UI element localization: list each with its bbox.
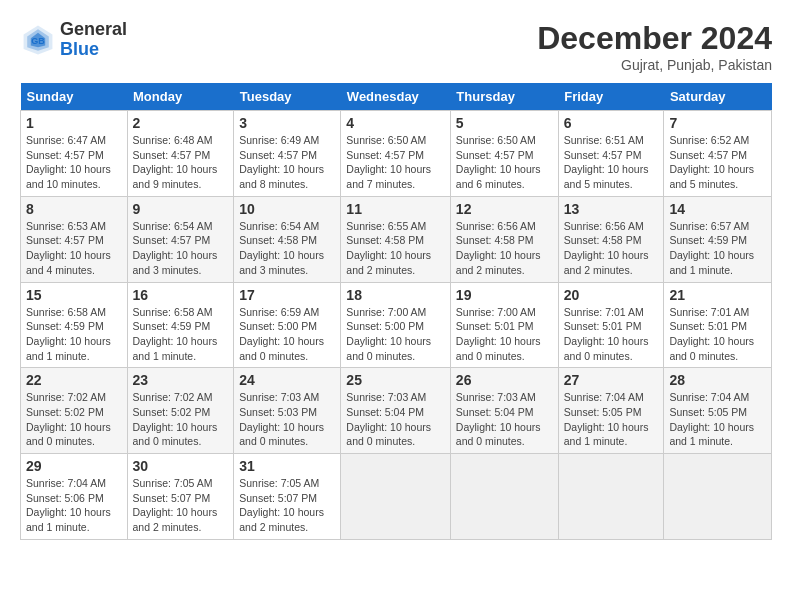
day-info: Sunrise: 6:50 AM Sunset: 4:57 PM Dayligh…: [456, 133, 553, 192]
day-info: Sunrise: 6:58 AM Sunset: 4:59 PM Dayligh…: [26, 305, 122, 364]
day-number: 30: [133, 458, 229, 474]
day-info: Sunrise: 7:04 AM Sunset: 5:06 PM Dayligh…: [26, 476, 122, 535]
day-number: 3: [239, 115, 335, 131]
week-row-2: 8Sunrise: 6:53 AM Sunset: 4:57 PM Daylig…: [21, 196, 772, 282]
day-info: Sunrise: 7:04 AM Sunset: 5:05 PM Dayligh…: [564, 390, 659, 449]
day-info: Sunrise: 7:05 AM Sunset: 5:07 PM Dayligh…: [133, 476, 229, 535]
day-header-friday: Friday: [558, 83, 664, 111]
calendar-cell: 21Sunrise: 7:01 AM Sunset: 5:01 PM Dayli…: [664, 282, 772, 368]
calendar-cell: 1Sunrise: 6:47 AM Sunset: 4:57 PM Daylig…: [21, 111, 128, 197]
day-header-sunday: Sunday: [21, 83, 128, 111]
day-number: 15: [26, 287, 122, 303]
calendar-cell: 5Sunrise: 6:50 AM Sunset: 4:57 PM Daylig…: [450, 111, 558, 197]
calendar-cell: 16Sunrise: 6:58 AM Sunset: 4:59 PM Dayli…: [127, 282, 234, 368]
day-number: 20: [564, 287, 659, 303]
day-number: 23: [133, 372, 229, 388]
calendar-cell: 14Sunrise: 6:57 AM Sunset: 4:59 PM Dayli…: [664, 196, 772, 282]
logo: GB General Blue: [20, 20, 127, 60]
calendar-cell: 18Sunrise: 7:00 AM Sunset: 5:00 PM Dayli…: [341, 282, 451, 368]
calendar-cell: 13Sunrise: 6:56 AM Sunset: 4:58 PM Dayli…: [558, 196, 664, 282]
calendar-cell: [450, 454, 558, 540]
day-info: Sunrise: 7:02 AM Sunset: 5:02 PM Dayligh…: [26, 390, 122, 449]
day-info: Sunrise: 6:56 AM Sunset: 4:58 PM Dayligh…: [456, 219, 553, 278]
day-number: 22: [26, 372, 122, 388]
day-info: Sunrise: 6:54 AM Sunset: 4:57 PM Dayligh…: [133, 219, 229, 278]
day-info: Sunrise: 7:00 AM Sunset: 5:00 PM Dayligh…: [346, 305, 445, 364]
day-number: 28: [669, 372, 766, 388]
day-number: 24: [239, 372, 335, 388]
day-info: Sunrise: 6:53 AM Sunset: 4:57 PM Dayligh…: [26, 219, 122, 278]
calendar-cell: 17Sunrise: 6:59 AM Sunset: 5:00 PM Dayli…: [234, 282, 341, 368]
day-number: 26: [456, 372, 553, 388]
day-number: 9: [133, 201, 229, 217]
day-info: Sunrise: 6:49 AM Sunset: 4:57 PM Dayligh…: [239, 133, 335, 192]
day-number: 2: [133, 115, 229, 131]
day-header-saturday: Saturday: [664, 83, 772, 111]
day-info: Sunrise: 7:05 AM Sunset: 5:07 PM Dayligh…: [239, 476, 335, 535]
calendar-cell: 25Sunrise: 7:03 AM Sunset: 5:04 PM Dayli…: [341, 368, 451, 454]
day-number: 7: [669, 115, 766, 131]
page-header: GB General Blue December 2024 Gujrat, Pu…: [20, 20, 772, 73]
calendar-cell: 23Sunrise: 7:02 AM Sunset: 5:02 PM Dayli…: [127, 368, 234, 454]
calendar-cell: [558, 454, 664, 540]
calendar-cell: 2Sunrise: 6:48 AM Sunset: 4:57 PM Daylig…: [127, 111, 234, 197]
calendar-cell: 8Sunrise: 6:53 AM Sunset: 4:57 PM Daylig…: [21, 196, 128, 282]
day-number: 25: [346, 372, 445, 388]
day-number: 16: [133, 287, 229, 303]
logo-text: General Blue: [60, 20, 127, 60]
day-number: 10: [239, 201, 335, 217]
day-number: 13: [564, 201, 659, 217]
calendar-cell: 29Sunrise: 7:04 AM Sunset: 5:06 PM Dayli…: [21, 454, 128, 540]
calendar-cell: 15Sunrise: 6:58 AM Sunset: 4:59 PM Dayli…: [21, 282, 128, 368]
logo-icon: GB: [20, 22, 56, 58]
day-number: 27: [564, 372, 659, 388]
day-info: Sunrise: 7:03 AM Sunset: 5:04 PM Dayligh…: [456, 390, 553, 449]
day-info: Sunrise: 6:48 AM Sunset: 4:57 PM Dayligh…: [133, 133, 229, 192]
day-number: 1: [26, 115, 122, 131]
day-info: Sunrise: 6:57 AM Sunset: 4:59 PM Dayligh…: [669, 219, 766, 278]
day-number: 21: [669, 287, 766, 303]
day-info: Sunrise: 6:47 AM Sunset: 4:57 PM Dayligh…: [26, 133, 122, 192]
day-number: 6: [564, 115, 659, 131]
day-number: 11: [346, 201, 445, 217]
calendar-cell: 11Sunrise: 6:55 AM Sunset: 4:58 PM Dayli…: [341, 196, 451, 282]
calendar-cell: 7Sunrise: 6:52 AM Sunset: 4:57 PM Daylig…: [664, 111, 772, 197]
day-number: 19: [456, 287, 553, 303]
day-info: Sunrise: 6:56 AM Sunset: 4:58 PM Dayligh…: [564, 219, 659, 278]
day-number: 12: [456, 201, 553, 217]
calendar-cell: 31Sunrise: 7:05 AM Sunset: 5:07 PM Dayli…: [234, 454, 341, 540]
title-block: December 2024 Gujrat, Punjab, Pakistan: [537, 20, 772, 73]
week-row-5: 29Sunrise: 7:04 AM Sunset: 5:06 PM Dayli…: [21, 454, 772, 540]
calendar-cell: 24Sunrise: 7:03 AM Sunset: 5:03 PM Dayli…: [234, 368, 341, 454]
calendar-cell: 3Sunrise: 6:49 AM Sunset: 4:57 PM Daylig…: [234, 111, 341, 197]
day-info: Sunrise: 6:52 AM Sunset: 4:57 PM Dayligh…: [669, 133, 766, 192]
day-number: 31: [239, 458, 335, 474]
day-number: 5: [456, 115, 553, 131]
day-number: 4: [346, 115, 445, 131]
day-number: 14: [669, 201, 766, 217]
location-subtitle: Gujrat, Punjab, Pakistan: [537, 57, 772, 73]
week-row-1: 1Sunrise: 6:47 AM Sunset: 4:57 PM Daylig…: [21, 111, 772, 197]
calendar-cell: 26Sunrise: 7:03 AM Sunset: 5:04 PM Dayli…: [450, 368, 558, 454]
day-info: Sunrise: 6:50 AM Sunset: 4:57 PM Dayligh…: [346, 133, 445, 192]
week-row-4: 22Sunrise: 7:02 AM Sunset: 5:02 PM Dayli…: [21, 368, 772, 454]
day-number: 18: [346, 287, 445, 303]
day-info: Sunrise: 7:00 AM Sunset: 5:01 PM Dayligh…: [456, 305, 553, 364]
week-row-3: 15Sunrise: 6:58 AM Sunset: 4:59 PM Dayli…: [21, 282, 772, 368]
calendar-cell: 9Sunrise: 6:54 AM Sunset: 4:57 PM Daylig…: [127, 196, 234, 282]
day-info: Sunrise: 6:55 AM Sunset: 4:58 PM Dayligh…: [346, 219, 445, 278]
day-header-tuesday: Tuesday: [234, 83, 341, 111]
calendar-cell: 22Sunrise: 7:02 AM Sunset: 5:02 PM Dayli…: [21, 368, 128, 454]
day-number: 8: [26, 201, 122, 217]
calendar-table: SundayMondayTuesdayWednesdayThursdayFrid…: [20, 83, 772, 540]
day-info: Sunrise: 7:04 AM Sunset: 5:05 PM Dayligh…: [669, 390, 766, 449]
calendar-cell: 20Sunrise: 7:01 AM Sunset: 5:01 PM Dayli…: [558, 282, 664, 368]
calendar-cell: 10Sunrise: 6:54 AM Sunset: 4:58 PM Dayli…: [234, 196, 341, 282]
calendar-cell: 12Sunrise: 6:56 AM Sunset: 4:58 PM Dayli…: [450, 196, 558, 282]
day-header-wednesday: Wednesday: [341, 83, 451, 111]
day-info: Sunrise: 7:03 AM Sunset: 5:03 PM Dayligh…: [239, 390, 335, 449]
day-header-monday: Monday: [127, 83, 234, 111]
day-info: Sunrise: 6:59 AM Sunset: 5:00 PM Dayligh…: [239, 305, 335, 364]
month-title: December 2024: [537, 20, 772, 57]
day-number: 29: [26, 458, 122, 474]
